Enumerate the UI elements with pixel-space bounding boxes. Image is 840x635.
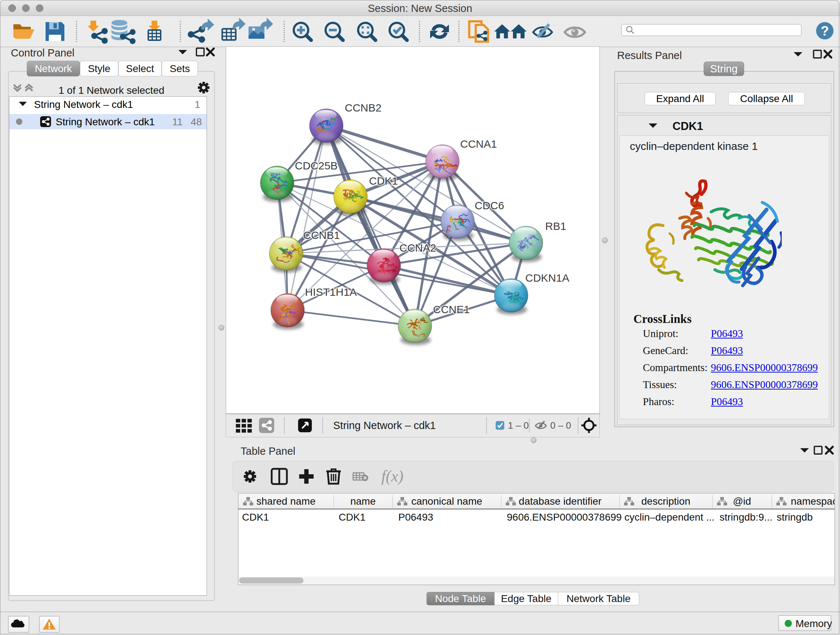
svg-text:CCNE1: CCNE1 xyxy=(433,303,470,315)
svg-text:CDC6: CDC6 xyxy=(475,200,504,211)
svg-text:RB1: RB1 xyxy=(545,220,566,232)
svg-text:HIST1H1A: HIST1H1A xyxy=(305,286,357,298)
svg-text:f(x): f(x) xyxy=(381,467,403,485)
svg-text:CDC25B: CDC25B xyxy=(295,160,338,172)
svg-text:1 – 0: 1 – 0 xyxy=(508,420,529,431)
svg-text:String Network – cdk1: String Network – cdk1 xyxy=(333,420,436,431)
svg-text:CCNB1: CCNB1 xyxy=(303,229,340,241)
svg-text:CCNA2: CCNA2 xyxy=(399,242,436,254)
svg-text:CDK1: CDK1 xyxy=(369,175,398,187)
svg-text:CDKN1A: CDKN1A xyxy=(525,272,569,284)
svg-text:CCNA1: CCNA1 xyxy=(460,138,497,150)
svg-text:?: ? xyxy=(821,24,829,38)
svg-text:CCNB2: CCNB2 xyxy=(345,102,382,114)
svg-text:0 – 0: 0 – 0 xyxy=(550,420,571,431)
